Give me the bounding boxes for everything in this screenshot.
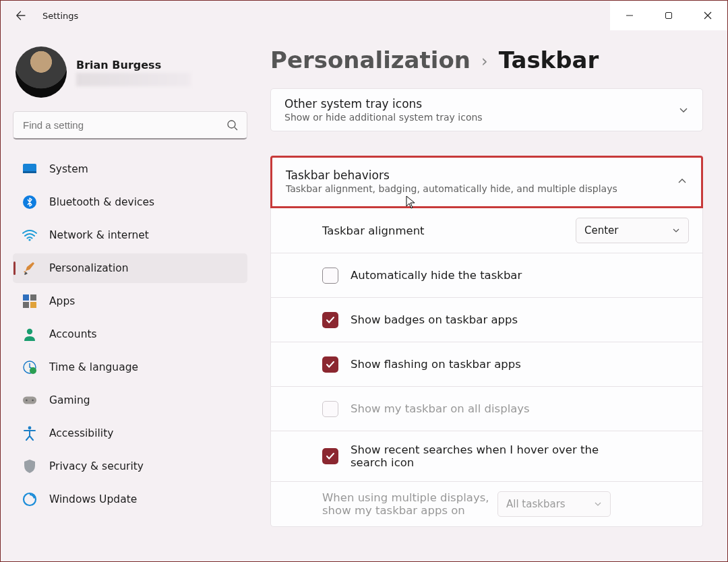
chevron-down-icon [678, 104, 689, 115]
paintbrush-icon [22, 261, 37, 276]
dropdown-value: All taskbars [506, 498, 566, 510]
search-input[interactable] [22, 119, 226, 131]
sidebar-item-privacy[interactable]: Privacy & security [13, 451, 247, 481]
panel-subtitle: Taskbar alignment, badging, automaticall… [286, 183, 677, 194]
back-button[interactable] [5, 1, 37, 30]
option-label: Automatically hide the taskbar [351, 269, 689, 282]
search-icon [226, 119, 239, 131]
sidebar-item-system[interactable]: System [13, 154, 247, 184]
svg-rect-9 [30, 302, 36, 308]
sidebar-item-apps[interactable]: Apps [13, 286, 247, 316]
option-label: Show recent searches when I hover over t… [351, 443, 634, 469]
checkbox-badges[interactable] [322, 312, 338, 328]
checkbox-recent[interactable] [322, 448, 338, 464]
sidebar-item-network[interactable]: Network & internet [13, 220, 247, 250]
row-taskbar-alignment: Taskbar alignment Center [271, 208, 702, 253]
panel-subtitle: Show or hide additional system tray icon… [284, 112, 678, 123]
taskbar-behaviors-options: Taskbar alignment Center Automatically h… [270, 208, 703, 527]
page-title: Taskbar [499, 46, 599, 73]
checkbox-flashing[interactable] [322, 356, 338, 373]
maximize-icon [665, 11, 673, 20]
sidebar-item-accessibility[interactable]: Accessibility [13, 418, 247, 448]
dropdown-value: Center [584, 224, 619, 237]
svg-point-12 [30, 367, 36, 374]
chevron-down-icon [672, 226, 680, 235]
chevron-up-icon [677, 176, 688, 187]
svg-rect-0 [666, 13, 672, 19]
checkmark-icon [326, 451, 335, 461]
shield-icon [22, 459, 37, 474]
chevron-right-icon: › [481, 52, 488, 71]
search-box[interactable] [13, 111, 247, 139]
nav-label: Bluetooth & devices [49, 196, 154, 208]
svg-rect-6 [23, 294, 29, 301]
panel-other-tray-icons[interactable]: Other system tray icons Show or hide add… [270, 88, 703, 131]
bluetooth-icon [22, 195, 37, 210]
svg-rect-8 [23, 302, 29, 308]
accessibility-icon [22, 426, 37, 441]
row-recent-searches[interactable]: Show recent searches when I hover over t… [271, 431, 702, 481]
taskbar-alignment-dropdown[interactable]: Center [576, 218, 689, 243]
svg-point-15 [32, 400, 34, 402]
profile-name: Brian Burgess [76, 59, 191, 71]
sidebar-item-time[interactable]: Time & language [13, 352, 247, 382]
sidebar-item-update[interactable]: Windows Update [13, 485, 247, 514]
update-icon [22, 492, 37, 507]
nav-label: Accessibility [49, 427, 113, 439]
arrow-left-icon [16, 10, 26, 21]
row-all-displays: Show my taskbar on all displays [271, 386, 702, 431]
cursor-icon [406, 195, 417, 209]
wifi-icon [22, 228, 37, 243]
nav-label: Privacy & security [49, 460, 144, 472]
nav-label: Apps [49, 295, 75, 307]
svg-point-14 [26, 400, 28, 402]
sidebar-item-accounts[interactable]: Accounts [13, 319, 247, 349]
checkbox-alldisplays [322, 401, 338, 417]
svg-rect-7 [30, 294, 36, 301]
nav-label: Network & internet [49, 229, 149, 241]
option-label: When using multiple displays, show my ta… [322, 491, 497, 517]
close-button[interactable] [688, 1, 727, 30]
svg-rect-13 [23, 397, 36, 404]
option-label: Taskbar alignment [322, 224, 576, 237]
sidebar-item-bluetooth[interactable]: Bluetooth & devices [13, 187, 247, 217]
display-icon [22, 162, 37, 177]
row-auto-hide[interactable]: Automatically hide the taskbar [271, 253, 702, 297]
nav-label: Gaming [49, 394, 90, 406]
sidebar-item-gaming[interactable]: Gaming [13, 385, 247, 415]
sidebar-item-personalization[interactable]: Personalization [13, 253, 247, 283]
profile-email-blurred [76, 73, 191, 86]
row-show-badges[interactable]: Show badges on taskbar apps [271, 297, 702, 342]
avatar [16, 46, 67, 98]
maximize-button[interactable] [649, 1, 688, 30]
row-show-flashing[interactable]: Show flashing on taskbar apps [271, 342, 702, 386]
clock-globe-icon [22, 360, 37, 375]
nav-label: Time & language [49, 361, 138, 373]
nav-list: System Bluetooth & devices Network & int… [13, 154, 247, 514]
apps-icon [22, 294, 37, 309]
nav-label: System [49, 163, 88, 175]
breadcrumb-parent[interactable]: Personalization [270, 46, 471, 73]
nav-label: Accounts [49, 328, 97, 340]
minimize-icon [626, 11, 634, 20]
row-multi-display-apps: When using multiple displays, show my ta… [271, 481, 702, 526]
option-label: Show badges on taskbar apps [351, 313, 689, 326]
svg-point-10 [27, 329, 32, 334]
chevron-down-icon [594, 500, 602, 508]
checkmark-icon [326, 360, 335, 369]
titlebar: Settings [1, 1, 727, 30]
breadcrumb: Personalization › Taskbar [270, 46, 703, 73]
checkmark-icon [326, 315, 335, 325]
nav-label: Personalization [49, 262, 129, 274]
checkbox-autohide[interactable] [322, 268, 338, 284]
multi-display-dropdown: All taskbars [497, 491, 611, 517]
window-controls [610, 1, 727, 30]
content-area: Personalization › Taskbar Other system t… [257, 30, 727, 561]
nav-label: Windows Update [49, 493, 137, 505]
svg-point-5 [28, 239, 30, 241]
profile-section[interactable]: Brian Burgess [13, 42, 247, 108]
option-label: Show my taskbar on all displays [351, 402, 689, 415]
minimize-button[interactable] [610, 1, 649, 30]
panel-taskbar-behaviors[interactable]: Taskbar behaviors Taskbar alignment, bad… [270, 156, 703, 208]
close-icon [704, 11, 712, 20]
